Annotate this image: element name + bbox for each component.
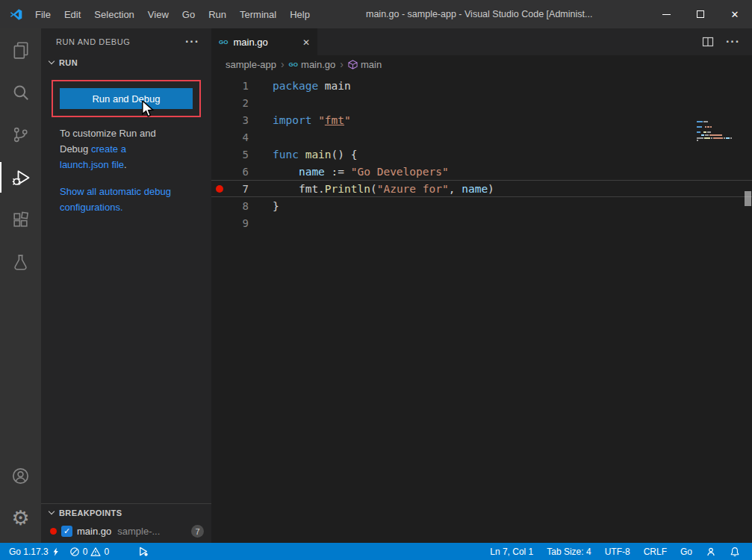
breakpoints-section: BREAKPOINTS main.go sample-... 7 [41,503,211,541]
breadcrumb: sample-app main.go main [211,55,752,73]
run-and-debug-panel: RUN AND DEBUG RUN Run and Debug To custo… [41,28,211,543]
code-line-2[interactable]: 2 [211,94,752,111]
vscode-logo-icon [10,8,22,21]
notifications-item[interactable] [725,543,745,560]
go-version-item[interactable]: Go 1.17.3 [4,543,65,560]
code-area[interactable]: 1package main23import "fmt"45func main()… [211,73,752,231]
activity-explorer[interactable] [0,28,41,71]
beaker-icon [11,253,30,272]
code-line-9[interactable]: 9 [211,214,752,231]
breadcrumb-label: main [361,59,382,70]
more-actions-icon[interactable] [726,35,740,49]
eol-sequence[interactable]: CRLF [639,543,671,560]
title-bar: File Edit Selection View Go Run Terminal… [0,0,752,28]
auto-configs-hint: Show all automatic debug configurations. [60,184,173,215]
problems-item[interactable]: 0 0 [65,543,114,560]
more-actions-icon[interactable] [185,35,199,49]
status-bar-right: Ln 7, Col 1 Tab Size: 4 UTF-8 CRLF Go [485,543,752,560]
split-editor-icon[interactable] [702,36,714,48]
breadcrumb-symbol[interactable]: main [348,59,382,70]
activity-search[interactable] [0,71,41,113]
namespace-symbol-icon [348,60,358,69]
activity-testing[interactable] [0,241,41,284]
vscode-window: File Edit Selection View Go Run Terminal… [0,0,752,560]
tab-main-go[interactable]: main.go [211,28,317,55]
activity-settings[interactable]: ⚙ [0,497,41,540]
editor-actions [702,28,752,55]
go-file-icon [219,39,228,46]
breakpoints-header[interactable]: BREAKPOINTS [41,504,211,522]
sidebar-title: RUN AND DEBUG [56,37,130,46]
menu-help[interactable]: Help [283,0,317,28]
activity-source-control[interactable] [0,113,41,156]
close-button[interactable] [718,0,752,28]
breakpoint-count-badge: 7 [191,525,204,538]
menu-view[interactable]: View [141,0,175,28]
line-number: 4 [228,131,249,143]
code-line-7[interactable]: 7 fmt.Println("Azure for", name) [211,180,752,197]
indentation[interactable]: Tab Size: 4 [542,543,595,560]
code-text: import "fmt" [249,114,351,126]
tab-label: main.go [233,37,267,48]
language-mode[interactable]: Go [676,543,697,560]
files-icon [11,40,31,60]
feedback-item[interactable] [701,543,721,560]
code-line-1[interactable]: 1package main [211,77,752,94]
minimap[interactable] [697,121,742,145]
menu-edit[interactable]: Edit [58,0,87,28]
tutorial-highlight-box: Run and Debug [52,80,201,117]
breadcrumb-folder[interactable]: sample-app [226,59,276,70]
code-line-6[interactable]: 6 name := "Go Developers" [211,163,752,180]
lightning-icon [52,547,60,557]
go-version-label: Go 1.17.3 [9,547,49,557]
code-line-3[interactable]: 3import "fmt" [211,111,752,128]
git-branch-icon [11,125,30,144]
breakpoint-dot-icon [50,528,57,535]
extensions-icon [11,211,30,229]
code-line-4[interactable]: 4 [211,128,752,146]
line-number: 2 [228,97,249,109]
menu-selection[interactable]: Selection [87,0,140,28]
menu-go[interactable]: Go [175,0,202,28]
status-bar-left: Go 1.17.3 0 0 [0,543,153,560]
maximize-button[interactable] [683,0,718,28]
code-line-5[interactable]: 5func main() { [211,146,752,163]
go-file-icon [289,61,298,68]
menu-run[interactable]: Run [202,0,233,28]
window-title: main.go - sample-app - Visual Studio Cod… [366,0,592,28]
run-section-header[interactable]: RUN [41,55,211,71]
menu-terminal[interactable]: Terminal [233,0,283,28]
line-number: 7 [228,183,249,195]
cursor-position[interactable]: Ln 7, Col 1 [485,543,538,560]
line-number: 5 [228,149,249,161]
code-line-8[interactable]: 8} [211,197,752,214]
minimize-button[interactable] [649,0,683,28]
menu-file[interactable]: File [28,0,58,28]
status-bar: Go 1.17.3 0 0 [0,543,752,560]
error-count: 0 [83,547,88,557]
breadcrumb-file[interactable]: main.go [289,59,336,70]
code-text: package main [249,80,351,92]
breakpoint-list-item[interactable]: main.go sample-... 7 [41,522,211,541]
warning-count: 0 [104,547,109,557]
breakpoint-folder: sample-... [117,526,160,537]
code-text: func main() { [249,149,358,161]
tab-close-icon[interactable] [302,37,310,48]
breakpoint-checkbox[interactable] [61,526,72,537]
activity-run-and-debug[interactable] [0,156,41,199]
scrollbar-thumb[interactable] [745,191,751,206]
line-number: 9 [228,217,249,229]
activity-extensions[interactable] [0,199,41,241]
mouse-cursor-icon [141,101,156,118]
line-number: 1 [228,80,249,92]
run-and-debug-button[interactable]: Run and Debug [60,88,193,109]
window-controls [649,0,752,28]
bell-icon [730,547,740,557]
activity-account[interactable] [0,455,41,497]
breakpoint-dot[interactable] [211,185,228,193]
chevron-right-icon [340,58,344,70]
show-configs-link[interactable]: Show all automatic debug configurations. [60,186,171,213]
code-lines: 1package main23import "fmt"45func main()… [211,77,752,231]
encoding[interactable]: UTF-8 [600,543,635,560]
debug-status-item[interactable] [133,543,153,560]
